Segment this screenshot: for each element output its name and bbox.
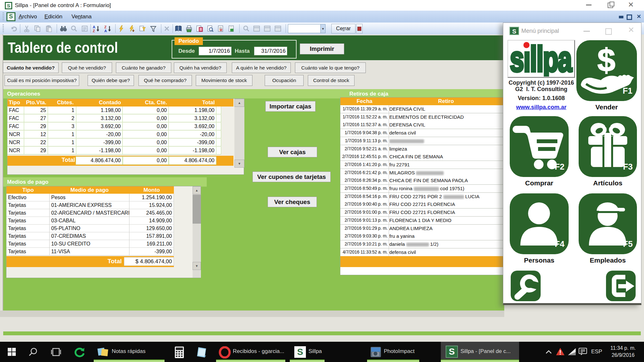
svg-text:Z: Z xyxy=(104,25,107,29)
svg-text:A: A xyxy=(104,29,107,32)
svg-text:F3: F3 xyxy=(623,162,633,172)
svg-text:$: $ xyxy=(597,42,615,78)
svg-text:F1: F1 xyxy=(623,86,632,96)
svg-text:M: M xyxy=(220,28,222,32)
svg-text:F5: F5 xyxy=(623,239,633,249)
svg-text:F2: F2 xyxy=(555,162,564,172)
svg-text:sıllpa: sıllpa xyxy=(510,41,573,77)
svg-text:F4: F4 xyxy=(555,239,565,249)
svg-text:A: A xyxy=(93,25,95,29)
svg-text:Z: Z xyxy=(93,29,95,32)
